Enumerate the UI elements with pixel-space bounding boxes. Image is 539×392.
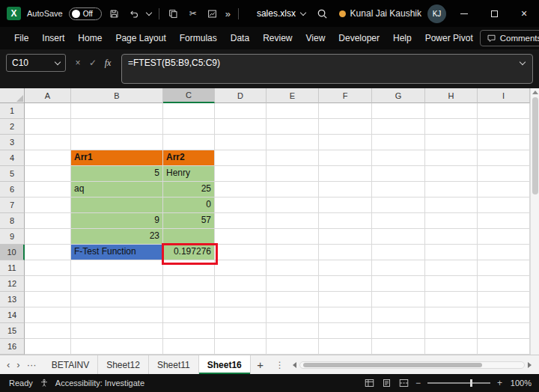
- cell-C16[interactable]: [163, 339, 215, 355]
- cell-I16[interactable]: [478, 339, 530, 355]
- autosave-toggle[interactable]: Off: [69, 7, 102, 20]
- cell-F6[interactable]: [319, 182, 372, 197]
- cell-H5[interactable]: [425, 166, 478, 182]
- cell-D14[interactable]: [215, 307, 267, 323]
- cell-E2[interactable]: [267, 119, 319, 135]
- cell-G5[interactable]: [372, 166, 425, 182]
- cell-I5[interactable]: [478, 166, 530, 182]
- cell-G9[interactable]: [372, 229, 425, 245]
- chart-icon[interactable]: [206, 7, 219, 20]
- cell-E5[interactable]: [267, 166, 319, 182]
- column-header-C[interactable]: C: [163, 88, 215, 103]
- formula-input[interactable]: =FTEST(B5:B9,C5:C9): [121, 54, 533, 84]
- zoom-slider[interactable]: [427, 382, 490, 384]
- cell-D5[interactable]: [215, 166, 267, 182]
- cell-H8[interactable]: [425, 213, 478, 229]
- row-header-5[interactable]: 5: [0, 166, 25, 182]
- cell-B2[interactable]: [71, 119, 163, 135]
- cell-H13[interactable]: [425, 292, 478, 307]
- page-layout-view-icon[interactable]: [382, 379, 392, 388]
- formula-bar-expand-icon[interactable]: [520, 59, 526, 65]
- cell-C13[interactable]: [163, 292, 215, 307]
- user-account[interactable]: Kunal Jai Kaushik: [339, 8, 421, 19]
- cell-G12[interactable]: [372, 276, 425, 292]
- ribbon-tab-insert[interactable]: Insert: [35, 27, 71, 49]
- cell-G3[interactable]: [372, 135, 425, 150]
- cut-icon[interactable]: ✂: [186, 7, 200, 20]
- cell-D6[interactable]: [215, 182, 267, 197]
- cell-E3[interactable]: [267, 135, 319, 150]
- cell-C2[interactable]: [163, 119, 215, 135]
- cell-G15[interactable]: [372, 323, 425, 339]
- cell-F2[interactable]: [319, 119, 372, 135]
- vertical-scrollbar[interactable]: [530, 88, 539, 355]
- cell-I8[interactable]: [478, 213, 530, 229]
- cell-E12[interactable]: [267, 276, 319, 292]
- row-header-13[interactable]: 13: [0, 292, 25, 307]
- row-header-8[interactable]: 8: [0, 213, 25, 229]
- page-break-view-icon[interactable]: [399, 379, 409, 388]
- cell-E14[interactable]: [267, 307, 319, 323]
- row-header-14[interactable]: 14: [0, 307, 25, 323]
- cell-E1[interactable]: [267, 103, 319, 119]
- cell-G7[interactable]: [372, 197, 425, 213]
- column-header-F[interactable]: F: [319, 88, 372, 103]
- column-header-A[interactable]: A: [25, 88, 71, 103]
- normal-view-icon[interactable]: [365, 379, 374, 388]
- minimize-button[interactable]: [449, 0, 479, 27]
- cell-I1[interactable]: [478, 103, 530, 119]
- cell-F15[interactable]: [319, 323, 372, 339]
- cell-D4[interactable]: [215, 150, 267, 166]
- cell-A5[interactable]: [25, 166, 71, 182]
- zoom-slider-thumb[interactable]: [470, 379, 472, 387]
- cell-F14[interactable]: [319, 307, 372, 323]
- row-header-15[interactable]: 15: [0, 323, 25, 339]
- cell-F12[interactable]: [319, 276, 372, 292]
- undo-icon[interactable]: [127, 7, 141, 20]
- insert-function-icon[interactable]: fx: [100, 58, 115, 69]
- ribbon-tab-help[interactable]: Help: [386, 27, 418, 49]
- cell-B3[interactable]: [71, 135, 163, 150]
- sheet-tab-sheet16[interactable]: Sheet16: [199, 355, 251, 374]
- enter-icon[interactable]: ✓: [85, 58, 100, 68]
- cell-A6[interactable]: [25, 182, 71, 197]
- cell-H12[interactable]: [425, 276, 478, 292]
- cell-F5[interactable]: [319, 166, 372, 182]
- cell-H1[interactable]: [425, 103, 478, 119]
- row-header-6[interactable]: 6: [0, 182, 25, 197]
- cell-F10[interactable]: [319, 245, 372, 260]
- ribbon-tab-home[interactable]: Home: [71, 27, 109, 49]
- cell-D12[interactable]: [215, 276, 267, 292]
- ribbon-tab-page-layout[interactable]: Page Layout: [109, 27, 172, 49]
- cell-B1[interactable]: [71, 103, 163, 119]
- cell-B8[interactable]: 9: [71, 213, 163, 229]
- cell-D3[interactable]: [215, 135, 267, 150]
- ribbon-tab-file[interactable]: File: [7, 27, 35, 49]
- cell-G10[interactable]: [372, 245, 425, 260]
- cell-A16[interactable]: [25, 339, 71, 355]
- cell-I4[interactable]: [478, 150, 530, 166]
- cell-F1[interactable]: [319, 103, 372, 119]
- cell-A2[interactable]: [25, 119, 71, 135]
- cell-D13[interactable]: [215, 292, 267, 307]
- cell-A3[interactable]: [25, 135, 71, 150]
- ribbon-tab-data[interactable]: Data: [224, 27, 256, 49]
- cell-G6[interactable]: [372, 182, 425, 197]
- row-header-4[interactable]: 4: [0, 150, 25, 166]
- cell-F11[interactable]: [319, 260, 372, 276]
- column-header-G[interactable]: G: [372, 88, 425, 103]
- close-button[interactable]: ×: [509, 0, 539, 27]
- cell-C15[interactable]: [163, 323, 215, 339]
- cell-C8[interactable]: 57: [163, 213, 215, 229]
- cell-I6[interactable]: [478, 182, 530, 197]
- vertical-scroll-thumb[interactable]: [532, 97, 538, 195]
- cell-E6[interactable]: [267, 182, 319, 197]
- cell-H15[interactable]: [425, 323, 478, 339]
- zoom-level[interactable]: 100%: [509, 379, 532, 388]
- cell-A10[interactable]: [25, 245, 71, 260]
- zoom-in-icon[interactable]: +: [497, 378, 502, 388]
- ribbon-tab-formulas[interactable]: Formulas: [173, 27, 224, 49]
- avatar[interactable]: KJ: [427, 4, 446, 23]
- cell-I12[interactable]: [478, 276, 530, 292]
- cell-B5[interactable]: 5: [71, 166, 163, 182]
